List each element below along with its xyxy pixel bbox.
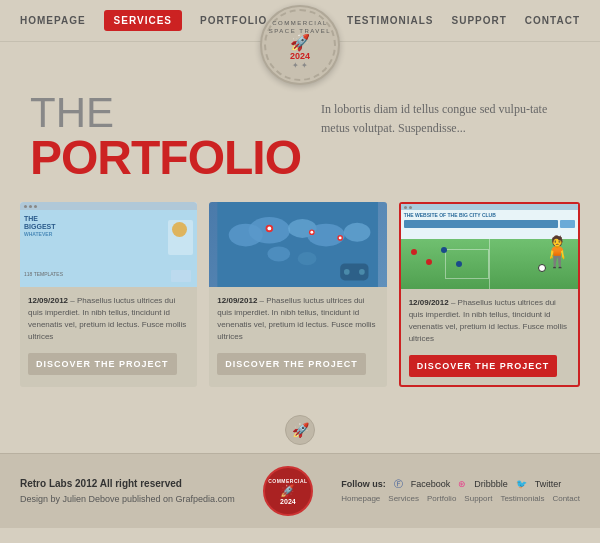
nav-support[interactable]: SUPPORT [452,15,507,26]
hero-title-prefix: THE [30,92,301,134]
portfolio-card-1: THEBIGGESTWHATEVER 118 TEMPLATES 12/09/2… [20,202,197,387]
browser-bar-1 [20,202,197,210]
logo-year: 2024 [290,51,310,61]
svg-point-4 [307,224,345,247]
card-date-3: 12/09/2012 [409,298,449,307]
footer-right: Follow us: Ⓕ Facebook ⊛ Dribbble 🐦 Twitt… [341,476,580,507]
svg-point-16 [359,269,365,275]
rocket-icon: 🚀 [290,35,310,51]
footer-nav-testimonials[interactable]: Testimonials [500,492,544,506]
dribbble-icon[interactable]: ⊛ [458,476,466,492]
svg-point-7 [298,252,317,265]
nav-homepage[interactable]: HOMEPAGE [20,15,86,26]
portfolio-card-2: 12/09/2012 – Phasellus luctus ultrices d… [209,202,386,387]
svg-point-13 [339,236,342,239]
footer-nav-services[interactable]: Services [388,492,419,506]
card-date-2: 12/09/2012 [217,296,257,305]
svg-point-15 [344,269,350,275]
mock-biggest-text: THEBIGGESTWHATEVER [24,215,56,238]
footer-nav-contact[interactable]: Contact [552,492,580,506]
mock-map-2 [209,202,386,287]
world-map-svg [209,202,386,287]
portfolio-grid: THEBIGGESTWHATEVER 118 TEMPLATES 12/09/2… [0,202,600,407]
dot-3 [34,205,37,208]
dribbble-link[interactable]: Dribbble [474,476,508,492]
discover-btn-1[interactable]: DISCOVER THE PROJECT [28,353,177,375]
card-meta-2: 12/09/2012 – Phasellus luctus ultrices d… [209,287,386,347]
card-separator-1: – [70,296,77,305]
logo-inner: COMMERCIALSPACE TRAVEL 🚀 2024 ✦ ✦ [264,9,336,81]
hero-description: In lobortis diam id tellus congue sed vu… [321,92,570,138]
svg-point-11 [311,231,314,234]
discover-btn-2[interactable]: DISCOVER THE PROJECT [217,353,366,375]
hero-title-main: PORTFOLIO [30,134,301,182]
card-image-2 [209,202,386,287]
nav-services[interactable]: SERVICES [104,10,182,31]
footer-logo-year: 2024 [280,498,296,505]
nav-contact[interactable]: CONTACT [525,15,580,26]
card-separator-3: – [451,298,458,307]
footer: Retro Labs 2012 All right reserved Desig… [0,453,600,528]
nav-right: TESTIMONIALS SUPPORT CONTACT [347,15,580,26]
portfolio-card-3: THE WEBSITE OF THE BIG CITY CLUB [399,202,580,387]
logo-stars: ✦ ✦ [292,61,308,70]
svg-point-5 [344,223,370,242]
nav-left: HOMEPAGE SERVICES PORTFOLIO [20,10,267,31]
discover-btn-3[interactable]: DISCOVER THE PROJECT [409,355,558,377]
card-image-3: THE WEBSITE OF THE BIG CITY CLUB [401,204,578,289]
footer-nav: Homepage Services Portfolio Support Test… [341,492,580,506]
footer-brand: Retro Labs 2012 All right reserved [20,476,235,492]
footer-logo[interactable]: COMMERCIAL 🚀 2024 [263,466,313,516]
footer-left: Retro Labs 2012 All right reserved Desig… [20,476,235,506]
site-logo[interactable]: COMMERCIALSPACE TRAVEL 🚀 2024 ✦ ✦ [260,5,340,85]
card-meta-1: 12/09/2012 – Phasellus luctus ultrices d… [20,287,197,347]
svg-point-6 [268,246,291,261]
facebook-icon[interactable]: Ⓕ [394,476,403,492]
twitter-icon[interactable]: 🐦 [516,476,527,492]
footer-nav-portfolio[interactable]: Portfolio [427,492,456,506]
twitter-link[interactable]: Twitter [535,476,562,492]
header: HOMEPAGE SERVICES PORTFOLIO COMMERCIALSP… [0,0,600,42]
mock-browser-1: THEBIGGESTWHATEVER 118 TEMPLATES [20,202,197,287]
footer-logo-rocket: 🚀 [280,484,295,498]
logo-text: COMMERCIALSPACE TRAVEL [269,20,331,34]
section-separator: 🚀 [0,407,600,453]
social-links: Follow us: Ⓕ Facebook ⊛ Dribbble 🐦 Twitt… [341,476,580,492]
facebook-link[interactable]: Facebook [411,476,451,492]
card-meta-3: 12/09/2012 – Phasellus luctus ultrices d… [401,289,578,349]
separator-circle: 🚀 [285,415,315,445]
mock-soccer-3: THE WEBSITE OF THE BIG CITY CLUB [401,204,578,289]
footer-nav-homepage[interactable]: Homepage [341,492,380,506]
nav-portfolio[interactable]: PORTFOLIO [200,15,267,26]
dot-1 [24,205,27,208]
follow-label: Follow us: [341,476,386,492]
footer-credit: Design by Julien Debove published on Gra… [20,492,235,506]
svg-point-9 [268,227,272,231]
card-date-1: 12/09/2012 [28,296,68,305]
hero-title: THE PORTFOLIO [30,92,301,182]
nav-testimonials[interactable]: TESTIMONIALS [347,15,433,26]
rocket-sep-icon: 🚀 [292,422,309,439]
dot-2 [29,205,32,208]
footer-nav-support[interactable]: Support [464,492,492,506]
card-image-1: THEBIGGESTWHATEVER 118 TEMPLATES [20,202,197,287]
browser-body-1: THEBIGGESTWHATEVER 118 TEMPLATES [20,210,197,287]
